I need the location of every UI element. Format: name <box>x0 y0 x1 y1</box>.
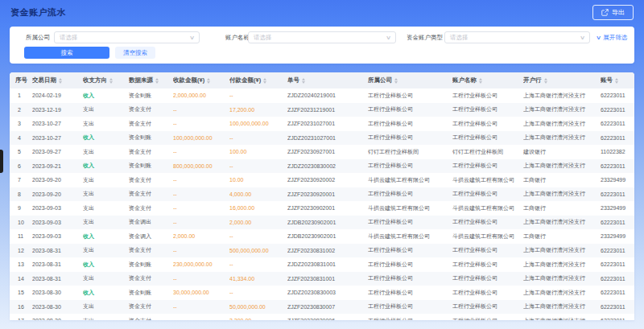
cell-payment: 100.00 <box>229 149 287 154</box>
cell-date: 2023-09-20 <box>32 177 83 183</box>
sort-icon[interactable] <box>207 78 210 84</box>
cell-date: 2023-09-03 <box>32 220 83 225</box>
clear-search-button[interactable]: 清空搜索 <box>115 47 155 59</box>
cell-account_no: 62223011 <box>601 93 634 98</box>
cell-company: 工程行业样板公司 <box>368 246 452 254</box>
account-name-select[interactable]: 请选择 ∨ <box>248 31 396 43</box>
column-header-payment[interactable]: 付款金额(¥) <box>229 76 287 84</box>
cell-company: 斗拱云建筑工程有限公司 <box>368 176 452 184</box>
column-header-receipt[interactable]: 收款金额(¥) <box>173 76 229 84</box>
cell-account_name: 工程行业样板公司 <box>452 190 523 198</box>
export-icon <box>601 9 609 16</box>
sort-icon[interactable] <box>59 78 62 84</box>
sort-icon[interactable] <box>302 78 305 84</box>
search-button[interactable]: 搜索 <box>24 47 109 59</box>
cell-account_name: 工程行业样板公司 <box>452 120 523 128</box>
table-row: 102023-09-03支出资金调出--2,000.00ZJDB20230902… <box>10 216 634 230</box>
cell-payment: 500,000,000.00 <box>229 248 287 253</box>
cell-direction: 支出 <box>83 176 129 184</box>
cell-date: 2023-09-03 <box>32 233 83 239</box>
cell-direction: 支出 <box>83 218 129 226</box>
cell-date: 2023-08-31 <box>32 248 83 253</box>
cell-company: 斗拱云建筑工程有限公司 <box>368 204 452 212</box>
cell-order_no: ZJZF20230831001 <box>287 276 368 282</box>
column-header-account_no[interactable]: 账号 <box>601 76 634 84</box>
cell-company: 工程行业样板公司 <box>368 302 452 310</box>
cell-direction: 收入 <box>83 162 129 170</box>
export-button[interactable]: 导出 <box>592 5 634 20</box>
cell-source: 资金调出 <box>129 218 173 226</box>
cell-bank: 上海工商银行漕河泾支行 <box>523 162 601 170</box>
cell-direction: 收入 <box>83 134 129 142</box>
sort-icon[interactable] <box>394 78 398 84</box>
cell-index: 2 <box>15 107 32 113</box>
account-name-filter-label: 账户名称 <box>225 31 250 43</box>
table-row: 142023-08-31支出资金支付--41,334.00ZJZF2023083… <box>10 272 634 286</box>
sort-icon[interactable] <box>155 78 159 84</box>
cell-account_name: 斗拱云建筑工程有限公司 <box>452 232 523 241</box>
sort-icon[interactable] <box>263 78 266 84</box>
sort-icon[interactable] <box>479 78 482 84</box>
cell-bank: 建设银行 <box>523 148 601 156</box>
sort-icon[interactable] <box>544 78 547 84</box>
cell-payment: 2,000.00 <box>229 220 287 225</box>
cell-source: 资金支付 <box>129 274 173 282</box>
expand-filters-link[interactable]: ∨ 展开筛选 <box>597 31 627 43</box>
cell-company: 工程行业样板公司 <box>368 92 452 100</box>
cell-direction: 支出 <box>83 120 129 128</box>
cell-company: 工程行业样板公司 <box>368 120 452 128</box>
column-header-company[interactable]: 所属公司 <box>368 76 452 84</box>
cell-receipt: -- <box>173 107 229 113</box>
cell-account_name: 工程行业样板公司 <box>452 302 523 310</box>
cell-receipt: -- <box>173 205 229 211</box>
cell-direction: 收入 <box>83 289 129 297</box>
cell-bank: 上海工商银行漕河泾支行 <box>523 302 601 310</box>
cell-payment: 50,000,000.00 <box>229 304 287 310</box>
cell-date: 2023-09-21 <box>32 163 83 169</box>
cell-direction: 收入 <box>83 92 129 100</box>
column-header-source[interactable]: 数据来源 <box>129 76 173 84</box>
cell-account_name: 工程行业样板公司 <box>452 261 523 269</box>
cell-account_no: 62223011 <box>601 163 634 169</box>
column-header-index: 序号 <box>15 76 32 84</box>
cell-receipt: -- <box>173 191 229 197</box>
cell-date: 2023-08-31 <box>32 261 83 267</box>
company-select[interactable]: 请选择 ∨ <box>54 31 200 43</box>
column-header-direction[interactable]: 收支方向 <box>83 76 129 84</box>
column-header-account_name[interactable]: 账户名称 <box>452 76 523 84</box>
column-header-order_no[interactable]: 单号 <box>287 76 368 84</box>
cell-bank: 上海工商银行漕河泾支行 <box>523 190 601 198</box>
fund-account-flow-page: 资金账户流水 导出 所属公司 请选择 ∨ 账户名称 请选择 ∨ 资金账户类型 <box>0 0 644 329</box>
cell-account_name: 工程行业样板公司 <box>452 134 523 142</box>
cell-date: 2023-08-30 <box>32 318 83 320</box>
account-type-select[interactable]: 请选择 ∨ <box>444 31 590 43</box>
cell-company: 工程行业样板公司 <box>368 289 452 297</box>
cell-date: 2023-09-27 <box>32 149 83 154</box>
cell-order_no: ZJZF20231027001 <box>287 121 368 126</box>
export-button-label: 导出 <box>612 8 625 17</box>
cell-account_no: 62223011 <box>601 121 634 126</box>
sort-icon[interactable] <box>109 78 113 84</box>
column-header-date[interactable]: 交易日期 <box>32 76 83 84</box>
cell-source: 资金支付 <box>129 176 173 184</box>
cell-receipt: 100,000,000.00 <box>173 135 229 141</box>
cell-source: 资金到账 <box>129 134 173 142</box>
cell-date: 2023-08-30 <box>32 304 83 310</box>
cell-account_no: 62223011 <box>601 220 634 225</box>
cell-receipt: -- <box>173 318 229 320</box>
cell-date: 2023-08-31 <box>32 276 83 282</box>
cell-date: 2023-10-27 <box>32 135 83 141</box>
cell-direction: 支出 <box>83 190 129 198</box>
cell-source: 资金到账 <box>129 162 173 170</box>
column-header-bank[interactable]: 开户行 <box>523 76 601 84</box>
cell-bank: 工商银行 <box>523 176 601 184</box>
cell-payment: -- <box>229 233 287 239</box>
cell-order_no: ZJDZ20230830003 <box>287 290 368 295</box>
drawer-handle[interactable] <box>0 150 3 173</box>
account-type-select-placeholder: 请选择 <box>450 34 469 42</box>
cell-bank: 上海工商银行漕河泾支行 <box>523 261 601 269</box>
cell-source: 资金支付 <box>129 204 173 212</box>
cell-source: 资金支付 <box>129 246 173 254</box>
cell-payment: 10.00 <box>229 177 287 183</box>
sort-icon[interactable] <box>615 78 618 84</box>
